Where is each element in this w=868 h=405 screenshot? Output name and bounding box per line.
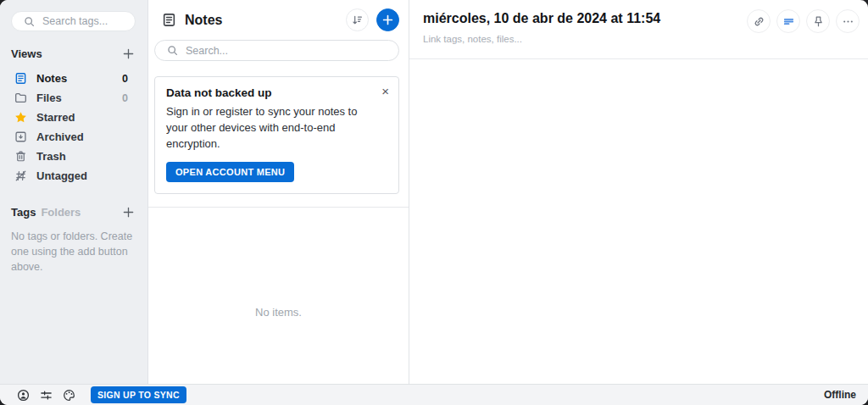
tags-empty-message: No tags or folders. Create one using the… [11, 229, 136, 275]
palette-icon [63, 389, 75, 402]
plus-icon [381, 14, 394, 26]
account-menu-button[interactable] [16, 388, 30, 402]
star-icon [14, 111, 27, 124]
sidebar-item-label: Files [36, 92, 62, 104]
editor-header: miércoles, 10 de abr de 2024 at 11:54 Li… [409, 0, 868, 59]
views-list: Notes 0 Files 0 Starred Archive [11, 69, 136, 186]
sort-descending-icon [351, 14, 364, 26]
sidebar-item-label: Archived [36, 130, 84, 143]
archive-icon [14, 130, 27, 143]
close-icon[interactable]: × [381, 85, 389, 97]
sign-up-to-sync-button[interactable]: SIGN UP TO SYNC [91, 386, 186, 403]
tags-header-label[interactable]: Tags [11, 206, 36, 219]
search-icon [167, 45, 178, 56]
notes-search-box[interactable] [154, 40, 399, 61]
tags-section-header: Tags Folders [11, 204, 136, 219]
desktop-background: { "colors": { "accent": "#086dd6", "star… [0, 0, 868, 405]
editor-content-area[interactable] [409, 59, 868, 384]
tags-search-box[interactable] [11, 11, 136, 31]
trash-icon [14, 150, 27, 163]
sidebar-item-archived[interactable]: Archived [11, 127, 136, 147]
views-header-label: Views [11, 47, 42, 60]
open-account-menu-button[interactable]: OPEN ACCOUNT MENU [166, 162, 294, 182]
link-icon [753, 15, 765, 28]
ellipsis-icon [842, 15, 854, 28]
themes-button[interactable] [62, 388, 75, 402]
empty-list-message: No items. [148, 208, 409, 384]
sidebar-item-notes[interactable]: Notes 0 [11, 69, 136, 88]
notes-count-badge: 0 [122, 73, 136, 85]
add-tag-button[interactable] [120, 204, 136, 219]
plus-icon [122, 206, 135, 219]
sidebar-item-starred[interactable]: Starred [11, 108, 136, 127]
notes-panel-header: Notes [148, 0, 409, 39]
banner-body-text: Sign in or register to sync your notes t… [166, 104, 387, 153]
link-items-bar[interactable]: Link tags, notes, files... [423, 34, 741, 44]
sidebar-item-untagged[interactable]: Untagged [11, 166, 136, 186]
sliders-icon [40, 389, 53, 402]
search-icon [24, 16, 35, 27]
banner-title: Data not backed up [166, 86, 387, 99]
notes-panel-title: Notes [185, 13, 222, 28]
add-view-button[interactable] [120, 46, 136, 61]
sidebar-item-trash[interactable]: Trash [11, 147, 136, 166]
notes-document-icon [162, 13, 176, 27]
tags-search-input[interactable] [42, 15, 126, 27]
pin-button[interactable] [806, 9, 830, 33]
folders-header-label[interactable]: Folders [41, 206, 81, 219]
notes-list-panel: Notes [148, 0, 409, 384]
plus-icon [122, 47, 135, 60]
notes-document-icon [14, 72, 27, 85]
folder-icon [14, 92, 27, 104]
link-button[interactable] [747, 9, 771, 33]
sidebar-item-label: Trash [36, 150, 66, 163]
note-editor-pane: miércoles, 10 de abr de 2024 at 11:54 Li… [409, 0, 868, 384]
notes-search-input[interactable] [186, 45, 390, 57]
views-section-header: Views [11, 46, 136, 61]
pin-icon [812, 15, 825, 28]
create-note-button[interactable] [376, 8, 399, 31]
status-bar: SIGN UP TO SYNC Offline [0, 384, 868, 405]
standard-notes-window: Views Notes 0 Files 0 [0, 0, 868, 405]
files-count-badge: 0 [122, 92, 136, 104]
sort-options-button[interactable] [346, 8, 369, 31]
more-options-button[interactable] [836, 9, 860, 33]
hash-slash-icon [14, 169, 27, 182]
sidebar-item-label: Untagged [36, 169, 87, 182]
connection-status-label: Offline [824, 389, 856, 401]
sidebar-item-files[interactable]: Files 0 [11, 88, 136, 108]
person-circle-icon [17, 389, 30, 402]
data-not-backed-up-banner: Data not backed up × Sign in or register… [154, 76, 399, 194]
sidebar-item-label: Starred [36, 111, 75, 124]
text-lines-icon [782, 15, 795, 28]
sidebar-item-label: Notes [36, 72, 67, 85]
note-title[interactable]: miércoles, 10 de abr de 2024 at 11:54 [423, 11, 741, 26]
preferences-button[interactable] [39, 388, 53, 402]
editor-actions [747, 9, 860, 33]
navigation-sidebar: Views Notes 0 Files 0 [0, 0, 148, 384]
note-type-button[interactable] [776, 9, 800, 33]
